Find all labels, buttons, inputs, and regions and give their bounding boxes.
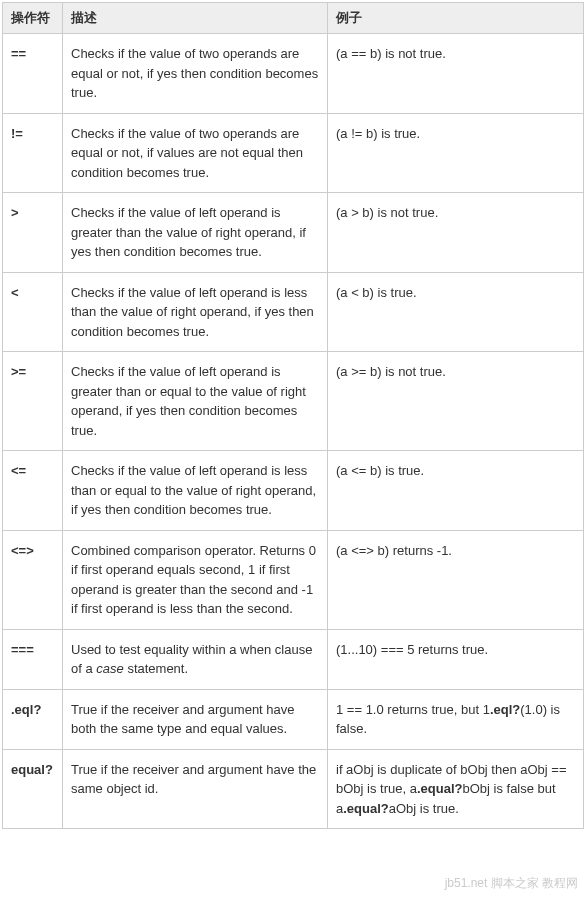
operators-table: 操作符 描述 例子 ==Checks if the value of two o… [2, 2, 584, 829]
cell-example: (a <=> b) returns -1. [328, 530, 584, 629]
header-operator: 操作符 [3, 3, 63, 34]
header-example: 例子 [328, 3, 584, 34]
cell-operator: == [3, 34, 63, 114]
table-row: <Checks if the value of left operand is … [3, 272, 584, 352]
table-row: >Checks if the value of left operand is … [3, 193, 584, 273]
cell-example: (a == b) is not true. [328, 34, 584, 114]
table-row: <=>Combined comparison operator. Returns… [3, 530, 584, 629]
table-row: equal?True if the receiver and argument … [3, 749, 584, 829]
cell-example: (a < b) is true. [328, 272, 584, 352]
cell-operator: > [3, 193, 63, 273]
table-row: !=Checks if the value of two operands ar… [3, 113, 584, 193]
cell-description: Used to test equality within a when clau… [63, 629, 328, 689]
cell-example: (a >= b) is not true. [328, 352, 584, 451]
cell-description: Checks if the value of two operands are … [63, 113, 328, 193]
table-row: >=Checks if the value of left operand is… [3, 352, 584, 451]
cell-operator: <= [3, 451, 63, 531]
cell-description: Checks if the value of left operand is g… [63, 193, 328, 273]
table-row: ==Checks if the value of two operands ar… [3, 34, 584, 114]
cell-example: (a > b) is not true. [328, 193, 584, 273]
cell-operator: < [3, 272, 63, 352]
cell-example: (a != b) is true. [328, 113, 584, 193]
table-row: ===Used to test equality within a when c… [3, 629, 584, 689]
cell-operator: <=> [3, 530, 63, 629]
cell-example: 1 == 1.0 returns true, but 1.eql?(1.0) i… [328, 689, 584, 749]
cell-description: Checks if the value of left operand is l… [63, 272, 328, 352]
cell-description: Checks if the value of left operand is l… [63, 451, 328, 531]
cell-operator: equal? [3, 749, 63, 829]
cell-example: (1...10) === 5 returns true. [328, 629, 584, 689]
cell-description: Checks if the value of two operands are … [63, 34, 328, 114]
cell-operator: != [3, 113, 63, 193]
header-description: 描述 [63, 3, 328, 34]
cell-example: (a <= b) is true. [328, 451, 584, 531]
table-row: .eql?True if the receiver and argument h… [3, 689, 584, 749]
table-row: <=Checks if the value of left operand is… [3, 451, 584, 531]
cell-description: Checks if the value of left operand is g… [63, 352, 328, 451]
cell-description: Combined comparison operator. Returns 0 … [63, 530, 328, 629]
cell-operator: >= [3, 352, 63, 451]
cell-description: True if the receiver and argument have b… [63, 689, 328, 749]
cell-description: True if the receiver and argument have t… [63, 749, 328, 829]
cell-example: if aObj is duplicate of bObj then aObj =… [328, 749, 584, 829]
cell-operator: .eql? [3, 689, 63, 749]
table-header-row: 操作符 描述 例子 [3, 3, 584, 34]
cell-operator: === [3, 629, 63, 689]
